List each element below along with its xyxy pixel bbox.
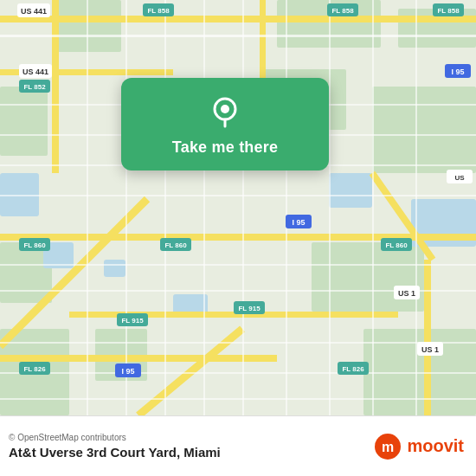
svg-rect-39 [87,0,88,415]
svg-text:US 441: US 441 [21,7,47,16]
svg-rect-7 [312,242,424,312]
svg-rect-34 [0,264,476,266]
svg-rect-27 [424,260,431,415]
location-card[interactable]: Take me there [121,78,329,170]
svg-text:US 1: US 1 [398,289,415,298]
attribution-text: © OpenStreetMap contributors [9,433,221,442]
take-me-there-button[interactable]: Take me there [172,138,278,157]
svg-rect-38 [0,398,476,400]
svg-text:FL 858: FL 858 [437,7,460,15]
svg-rect-29 [0,35,476,37]
svg-text:US: US [454,174,465,182]
svg-text:FL 858: FL 858 [331,7,354,15]
svg-rect-4 [0,87,48,156]
map-svg: US 441 FL 858 FL 858 FL 858 US 441 FL 85… [0,0,476,415]
moovit-logo: m moovit [374,433,464,460]
svg-rect-36 [0,342,476,344]
svg-text:FL 860: FL 860 [23,241,46,249]
svg-rect-41 [164,0,166,415]
map-container: US 441 FL 858 FL 858 FL 858 US 441 FL 85… [0,0,476,415]
svg-rect-24 [0,355,277,362]
svg-text:FL 860: FL 860 [164,241,187,249]
svg-text:FL 915: FL 915 [121,317,144,325]
svg-rect-37 [0,372,476,374]
svg-text:FL 915: FL 915 [238,305,261,312]
svg-text:US 441: US 441 [23,68,48,76]
svg-rect-45 [329,0,331,415]
bottom-left: © OpenStreetMap contributors At&t Uverse… [9,433,221,460]
svg-rect-16 [329,173,372,208]
svg-text:FL 852: FL 852 [23,83,46,91]
svg-rect-33 [0,195,476,196]
svg-point-87 [221,105,229,113]
svg-rect-44 [286,0,287,415]
svg-rect-40 [125,0,127,415]
svg-rect-46 [372,0,374,415]
bottom-bar: © OpenStreetMap contributors At&t Uverse… [0,415,476,476]
svg-text:I 95: I 95 [121,367,134,376]
moovit-brand-icon: m [374,433,402,460]
location-pin-icon [206,93,244,132]
svg-rect-19 [52,0,59,173]
svg-rect-18 [0,16,476,23]
svg-text:I 95: I 95 [451,68,464,76]
svg-text:m: m [382,440,394,454]
svg-text:US 1: US 1 [421,345,439,354]
location-title: At&t Uverse 3rd Court Yard, Miami [9,445,221,460]
svg-text:FL 826: FL 826 [342,365,364,373]
svg-rect-6 [372,87,476,173]
svg-text:FL 858: FL 858 [147,7,170,15]
svg-rect-47 [415,0,417,415]
svg-text:FL 860: FL 860 [385,241,408,249]
moovit-label: moovit [407,436,464,456]
svg-rect-43 [242,0,244,415]
svg-text:FL 826: FL 826 [23,365,46,373]
svg-text:I 95: I 95 [292,218,305,227]
svg-rect-42 [203,0,205,415]
svg-rect-14 [104,260,125,277]
